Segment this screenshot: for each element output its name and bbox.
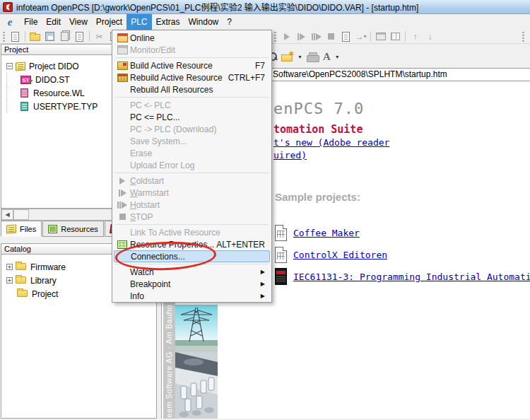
expand-box[interactable]: + — [6, 277, 13, 284]
build-icon — [117, 62, 128, 70]
iec61131-link[interactable]: IEC61131-3: Programming Industrial Autom… — [293, 272, 530, 282]
files-tab-icon — [6, 224, 16, 233]
coffee-maker-link[interactable]: Coffee Maker — [293, 228, 360, 238]
browser-toolbar: ✱ ▼ A ▼ — [269, 48, 340, 65]
move-down-button[interactable]: ↓ — [423, 30, 437, 43]
move-up-button[interactable]: ↑ — [408, 30, 423, 43]
folder-icon — [17, 290, 28, 297]
menu-item-rebuild-all-resources[interactable]: Rebuild All Resources — [112, 83, 271, 95]
tree-item-label: Library — [30, 276, 57, 286]
stop-icon — [119, 214, 126, 220]
collapse-box[interactable]: − — [6, 63, 13, 69]
menu-bar: e File Edit View Project PLC Extras Wind… — [0, 14, 530, 30]
menu-item-info[interactable]: Info ▶ — [112, 290, 271, 302]
menu-view[interactable]: View — [65, 14, 92, 30]
cut-button[interactable]: ✂ — [92, 30, 107, 43]
menu-item-build-active-resource[interactable]: Build Active Resource F7 — [112, 59, 271, 71]
menu-file[interactable]: File — [20, 14, 42, 30]
menu-item-erase[interactable]: Erase — [112, 147, 271, 159]
font-dropdown-icon[interactable]: ▼ — [335, 54, 340, 59]
app-icon — [3, 2, 13, 12]
menu-edit[interactable]: Edit — [42, 14, 65, 30]
menu-item-warmstart[interactable]: Warmstart — [112, 187, 271, 199]
toolbar-separator — [405, 31, 406, 42]
menu-project[interactable]: Project — [92, 14, 126, 30]
warmstart-icon — [300, 33, 305, 40]
menu-plc[interactable]: PLC — [126, 14, 151, 30]
menu-help[interactable]: ? — [223, 14, 236, 30]
coldstart-button[interactable] — [279, 30, 294, 43]
project-icon — [16, 62, 25, 71]
check-icon: ✓ — [28, 78, 34, 86]
tab-files[interactable]: Files — [1, 221, 42, 237]
menu-item-online[interactable]: Online — [112, 32, 271, 44]
page-subheading: tomation Suite — [273, 123, 363, 136]
document-list-button[interactable] — [72, 30, 87, 43]
menu-window[interactable]: Window — [184, 14, 223, 30]
tile-windows-button[interactable] — [388, 30, 403, 43]
document-button[interactable] — [338, 30, 353, 43]
menu-extras[interactable]: Extras — [152, 14, 184, 30]
banner-photo-tower — [175, 305, 218, 352]
menu-item-monitor-edit[interactable]: Monitor/Edit — [112, 44, 271, 56]
menu-item-breakpoint[interactable]: Breakpoint ▶ — [112, 278, 271, 290]
toolbar-grip[interactable] — [274, 32, 276, 42]
menu-item-pc-le-plc[interactable]: PC <= PLC... — [112, 111, 271, 123]
toolbar-separator — [25, 31, 25, 42]
menu-item-pc-to-plc-download[interactable]: PC -> PLC (Download) — [112, 123, 271, 135]
ladder-document-icon — [275, 247, 287, 263]
menu-item-pc-from-plc[interactable]: PC <- PLC — [112, 99, 271, 111]
whats-new-link[interactable]: t's new (Adobe reader — [273, 137, 389, 148]
toolbar-grip[interactable] — [522, 32, 524, 42]
menu-item-coldstart[interactable]: Coldstart — [112, 175, 271, 187]
warmstart-icon — [121, 189, 126, 197]
resources-tab-icon — [48, 225, 57, 233]
project-panel-title: Project — [4, 45, 28, 54]
open-button[interactable] — [28, 30, 42, 43]
banner-vertical-text: eam Software AG · Am Bauho — [165, 305, 173, 418]
controlx-link[interactable]: ControlX Editoren — [293, 250, 387, 260]
toolbar-grip[interactable] — [3, 32, 5, 42]
menu-item-rebuild-active-resource[interactable]: Rebuild Active Resource CTRL+F7 — [112, 71, 271, 83]
address-text: Software\OpenPCS2008\SPLHTM\startup.htm — [273, 69, 447, 79]
menu-item-stop[interactable]: STOP — [112, 211, 271, 223]
menu-item-link-to-active-resource[interactable]: Link To Active Resource — [112, 226, 271, 238]
submenu-arrow-icon: ▶ — [261, 293, 265, 299]
book-icon — [275, 268, 287, 285]
stop-button[interactable] — [324, 30, 338, 43]
warmstart-button[interactable] — [294, 30, 309, 43]
document-list-icon — [76, 32, 83, 42]
open-folder-icon — [30, 34, 40, 41]
tree-item-label: Project DIDO — [29, 62, 79, 71]
online-icon — [117, 33, 128, 42]
scroll-left-button[interactable]: ◀ — [1, 209, 13, 220]
new-document-button[interactable] — [8, 30, 23, 43]
folder-icon — [16, 263, 26, 270]
save-button[interactable] — [42, 30, 57, 43]
submenu-arrow-icon: ▶ — [261, 269, 265, 275]
page-heading: enPCS 7.0 — [273, 100, 364, 117]
menu-item-save-system[interactable]: Save System... — [112, 135, 271, 147]
favorites-dropdown-icon[interactable]: ▼ — [298, 54, 302, 59]
monitor-edit-icon — [117, 45, 128, 54]
scrollbar-thumb[interactable] — [13, 209, 29, 220]
copy-document-icon — [61, 32, 69, 41]
favorites-icon[interactable]: ✱ — [281, 52, 293, 62]
monitor-button[interactable] — [373, 30, 388, 43]
hotstart-button[interactable] — [309, 30, 324, 43]
catalog-panel-title: Catalog — [4, 245, 31, 253]
font-size-icon[interactable]: A — [323, 51, 331, 63]
tab-resources[interactable]: Resources — [42, 221, 104, 237]
sample-projects-header: Sample projects: — [275, 191, 360, 203]
copy-document-button[interactable] — [57, 30, 72, 43]
tile-windows-icon — [391, 33, 400, 40]
banner-photo-lab — [175, 352, 218, 419]
whats-new-link-wrap[interactable]: uired) — [273, 150, 307, 161]
expand-box[interactable]: + — [6, 264, 13, 270]
menu-item-upload-error-log[interactable]: Upload Error Log — [112, 159, 271, 171]
menu-item-hotstart[interactable]: Hotstart — [112, 199, 271, 211]
step-button[interactable]: →• — [353, 30, 368, 43]
print-icon[interactable] — [307, 52, 319, 62]
menu-separator — [115, 224, 269, 225]
folder-icon — [16, 276, 26, 284]
